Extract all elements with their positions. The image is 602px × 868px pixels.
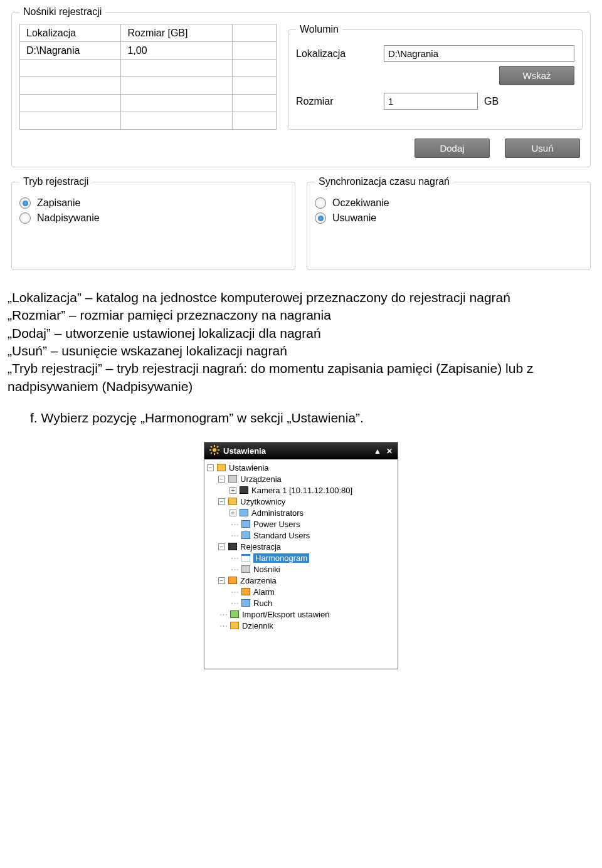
tree-label: Ustawienia — [229, 463, 269, 473]
folder-icon — [216, 463, 226, 473]
tree-label: Standard Users — [253, 531, 310, 540]
expand-toggle-icon[interactable]: + — [230, 510, 236, 516]
log-icon — [230, 620, 240, 630]
table-row[interactable] — [20, 77, 277, 95]
tree-node-ustawienia[interactable]: − Ustawienia — [207, 462, 395, 473]
table-row[interactable] — [20, 60, 277, 77]
step-f: f. Wybierz pozycję „Harmonogram” w sekcj… — [30, 409, 594, 427]
collapse-toggle-icon[interactable]: − — [218, 543, 225, 550]
motion-icon — [241, 598, 251, 608]
tree-label: Administrators — [251, 508, 304, 518]
record-icon — [228, 541, 238, 552]
lokalizacja-label: Lokalizacja — [296, 48, 384, 60]
cell-lokalizacja: D:\Nagrania — [20, 42, 121, 60]
wskaz-button[interactable]: Wskaż — [499, 66, 574, 85]
sync-group: Synchronizacja czasu nagrań Oczekiwanie … — [307, 176, 591, 270]
rozmiar-label: Rozmiar — [296, 96, 384, 107]
panel-titlebar[interactable]: Ustawienia ▲ ✕ — [204, 442, 398, 459]
disk-icon — [241, 564, 251, 574]
radio-selected-icon — [19, 197, 31, 209]
lokalizacja-input[interactable] — [384, 45, 574, 62]
collapse-toggle-icon[interactable]: − — [218, 476, 225, 483]
svg-rect-1 — [241, 555, 250, 562]
tree-node-nosniki[interactable]: ⋯ Nośniki — [207, 563, 395, 575]
usun-button[interactable]: Usuń — [505, 139, 580, 158]
radio-label: Oczekiwanie — [332, 197, 389, 209]
tree-node-administrators[interactable]: + Administrators — [207, 507, 395, 518]
gear-icon — [209, 445, 219, 457]
table-row[interactable] — [20, 95, 277, 112]
user-icon — [241, 530, 251, 540]
tree-label: Rejestracja — [240, 542, 281, 552]
tree-label: Power Users — [253, 520, 300, 529]
tree-node-zdarzenia[interactable]: − Zdarzenia — [207, 575, 395, 586]
camera-icon — [239, 485, 249, 495]
user-icon — [241, 519, 251, 529]
expand-toggle-icon[interactable]: + — [230, 487, 236, 494]
import-export-icon — [230, 609, 240, 619]
tree-node-kamera[interactable]: + Kamera 1 [10.11.12.100:80] — [207, 484, 395, 496]
tree-label: Dziennik — [242, 621, 273, 630]
collapse-toggle-icon[interactable]: − — [218, 577, 225, 584]
settings-panel: Ustawienia ▲ ✕ − Ustawienia − Urządzenia… — [204, 442, 398, 669]
nosniki-group: Nośniki rejestracji Lokalizacja Rozmiar … — [11, 6, 591, 167]
dodaj-button[interactable]: Dodaj — [415, 139, 490, 158]
users-icon — [228, 496, 238, 506]
tree-label-selected: Harmonogram — [253, 553, 309, 563]
table-row[interactable]: D:\Nagrania 1,00 — [20, 42, 277, 60]
calendar-icon — [241, 553, 251, 563]
tree-label: Import/Eksport ustawień — [242, 610, 329, 619]
events-icon — [228, 575, 238, 585]
close-icon[interactable]: ✕ — [386, 447, 393, 456]
table-row[interactable] — [20, 112, 277, 130]
tree-node-import-export[interactable]: ⋯ Import/Eksport ustawień — [207, 609, 395, 620]
tryb-legend: Tryb rejestracji — [19, 176, 92, 187]
radio-nadpisywanie[interactable]: Nadpisywanie — [19, 212, 287, 224]
tree-node-harmonogram[interactable]: ⋯ Harmonogram — [207, 552, 395, 563]
rozmiar-unit: GB — [484, 96, 499, 107]
radio-label: Zapisanie — [37, 197, 80, 209]
radio-zapisanie[interactable]: Zapisanie — [19, 197, 287, 209]
tree-node-uzytkownicy[interactable]: − Użytkownicy — [207, 496, 395, 507]
wolumin-legend: Wolumin — [296, 24, 342, 35]
tree-node-dziennik[interactable]: ⋯ Dziennik — [207, 620, 395, 631]
radio-unselected-icon — [315, 197, 326, 209]
user-icon — [239, 508, 249, 518]
nosniki-legend: Nośniki rejestracji — [19, 6, 105, 18]
radio-label: Nadpisywanie — [37, 212, 100, 224]
radio-oczekiwanie[interactable]: Oczekiwanie — [315, 197, 583, 209]
svg-point-0 — [213, 448, 216, 452]
collapse-toggle-icon[interactable]: − — [218, 498, 225, 505]
device-icon — [228, 474, 238, 484]
tree-node-rejestracja[interactable]: − Rejestracja — [207, 541, 395, 552]
collapse-icon[interactable]: ▲ — [374, 447, 381, 456]
tree-label: Kamera 1 [10.11.12.100:80] — [251, 486, 352, 495]
tree-label: Alarm — [253, 587, 275, 597]
sync-legend: Synchronizacja czasu nagrań — [315, 176, 453, 187]
svg-rect-2 — [241, 554, 250, 556]
tree-label: Urządzenia — [240, 474, 282, 484]
cell-rozmiar: 1,00 — [121, 42, 233, 60]
tree-node-standard-users[interactable]: ⋯ Standard Users — [207, 530, 395, 541]
description-text: „Lokalizacja” – katalog na jednostce kom… — [8, 289, 594, 427]
tree-node-ruch[interactable]: ⋯ Ruch — [207, 597, 395, 609]
radio-usuwanie[interactable]: Usuwanie — [315, 212, 583, 224]
rozmiar-input[interactable] — [384, 93, 478, 110]
wolumin-group: Wolumin Lokalizacja Wskaż Rozmiar GB — [288, 24, 583, 130]
col-empty[interactable] — [233, 24, 277, 42]
table-header-row: Lokalizacja Rozmiar [GB] — [20, 24, 277, 42]
alarm-icon — [241, 587, 251, 597]
col-lokalizacja[interactable]: Lokalizacja — [20, 24, 121, 42]
tree-body: − Ustawienia − Urządzenia + Kamera 1 [10… — [204, 459, 398, 669]
tryb-group: Tryb rejestracji Zapisanie Nadpisywanie — [11, 176, 295, 270]
panel-title: Ustawienia — [223, 446, 369, 456]
tree-node-power-users[interactable]: ⋯ Power Users — [207, 518, 395, 530]
media-table: Lokalizacja Rozmiar [GB] D:\Nagrania 1,0… — [19, 24, 277, 130]
radio-label: Usuwanie — [332, 212, 376, 224]
radio-selected-icon — [315, 212, 326, 224]
tree-node-alarm[interactable]: ⋯ Alarm — [207, 586, 395, 597]
tree-label: Nośniki — [253, 565, 280, 574]
collapse-toggle-icon[interactable]: − — [207, 464, 214, 471]
col-rozmiar[interactable]: Rozmiar [GB] — [121, 24, 233, 42]
tree-node-urzadzenia[interactable]: − Urządzenia — [207, 473, 395, 484]
